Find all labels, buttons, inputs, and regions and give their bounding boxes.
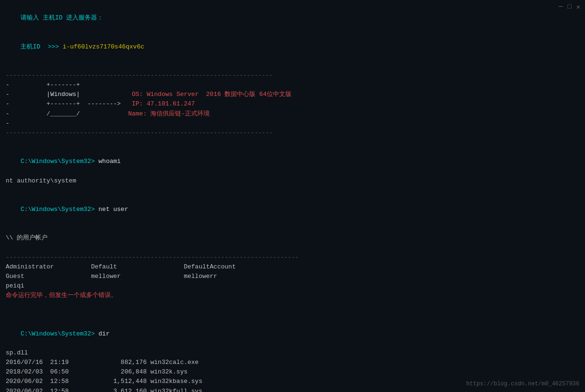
maximize-icon[interactable]: □: [567, 3, 571, 11]
user-accounts-label: \\ 的用户帐户: [6, 233, 579, 243]
user-row-2: Guest mellower mellowerr: [6, 272, 579, 281]
close-icon[interactable]: ✕: [576, 3, 580, 11]
netuser-prompt: C:\Windows\System32> net user: [6, 195, 579, 224]
box-line-5: -: [6, 119, 579, 128]
header-text: 请输入 主机ID 进入服务器：: [20, 14, 103, 21]
user-row-1: Administrator Default DefaultAccount: [6, 262, 579, 272]
blank-2: [6, 138, 579, 147]
host-id-label: 主机ID >>>: [20, 43, 59, 50]
whoami-output: nt authority\system: [6, 176, 579, 186]
host-id-line: 主机ID >>> i-uf60lvzs7170s46qxv6c: [6, 32, 579, 61]
header-prompt: 请输入 主机ID 进入服务器：: [6, 4, 579, 32]
box-line-3: - +-------+ --------> IP: 47.101.61.247: [6, 99, 579, 109]
blank-4: [6, 224, 579, 233]
whoami-prompt: C:\Windows\System32> whoami: [6, 147, 579, 176]
blank-6: [6, 300, 579, 310]
watermark: https://blog.csdn.net/m0_46257936: [466, 381, 579, 387]
separator-bottom: ----------------------------------------…: [6, 128, 579, 138]
host-id-value: i-uf60lvzs7170s46qxv6c: [59, 43, 144, 50]
box-line-4: - /_______/ Name: 海信供应链-正式环境: [6, 109, 579, 119]
user-row-3: peiqi: [6, 281, 579, 291]
minimize-icon[interactable]: ─: [559, 3, 563, 11]
dir-sp-dll: sp.dll: [6, 348, 579, 358]
box-line-2: - |Windows| OS: Windows Server 2016 数据中心…: [6, 90, 579, 99]
error-message: 命令运行完毕，但发生一个或多个错误。: [6, 291, 579, 300]
user-separator: ----------------------------------------…: [6, 253, 579, 262]
terminal-window: ─ □ ✕ 请输入 主机ID 进入服务器： 主机ID >>> i-uf60lvz…: [0, 0, 585, 392]
blank-7: [6, 310, 579, 320]
dir-row-1: 2016/07/16 21:19 882,176 win32calc.exe: [6, 358, 579, 367]
dir-row-2: 2018/02/03 06:50 206,848 win32k.sys: [6, 367, 579, 377]
dir-row-4: 2020/06/02 12:58 3,612,160 win32kfull.sy…: [6, 387, 579, 392]
window-controls[interactable]: ─ □ ✕: [559, 3, 580, 11]
separator-top: ----------------------------------------…: [6, 71, 579, 80]
blank-5: [6, 243, 579, 253]
blank-1: [6, 61, 579, 71]
dir-prompt: C:\Windows\System32> dir: [6, 320, 579, 348]
blank-3: [6, 186, 579, 195]
box-line-1: - +-------+: [6, 80, 579, 90]
